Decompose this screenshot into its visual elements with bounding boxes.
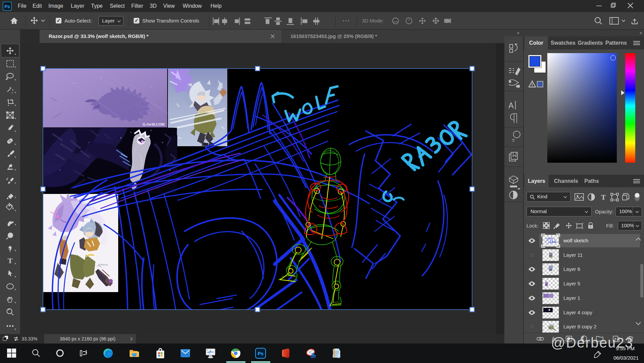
svg-text:T: T xyxy=(8,256,13,265)
svg-text:G-H●W.COM: G-H●W.COM xyxy=(143,122,165,126)
svg-text:T: T xyxy=(601,193,606,201)
svg-text:A: A xyxy=(508,101,514,110)
svg-text:Ps: Ps xyxy=(5,4,10,9)
svg-text:!: ! xyxy=(532,82,533,87)
svg-text:Befferfly: Befferfly xyxy=(98,263,108,266)
svg-text:Ps: Ps xyxy=(258,351,263,356)
